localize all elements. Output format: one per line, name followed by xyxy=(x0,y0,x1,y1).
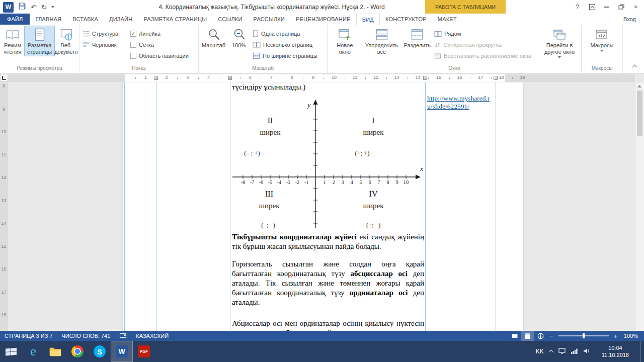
tab-references[interactable]: ССЫЛКИ xyxy=(212,14,248,25)
tab-insert[interactable]: ВСТАВКА xyxy=(67,14,104,25)
quadrant-2-word: ширек xyxy=(260,128,281,136)
svg-text:9: 9 xyxy=(395,179,398,185)
chrome-button[interactable] xyxy=(66,341,89,362)
arrange-all-button[interactable]: Упорядочить все xyxy=(361,26,403,56)
zoom-level[interactable]: 100% xyxy=(620,333,644,339)
split-icon xyxy=(411,28,424,42)
display-tray-icon[interactable] xyxy=(558,347,566,356)
table-column-marker[interactable] xyxy=(423,76,427,80)
pdf-reader-button[interactable]: PDF xyxy=(133,341,155,362)
quadrant-4-word: ширек xyxy=(363,202,384,210)
window-controls: ? × xyxy=(570,0,643,14)
arrange-all-icon xyxy=(375,28,388,42)
customize-qat-dropdown-icon[interactable] xyxy=(51,6,54,8)
zoom-slider-thumb[interactable] xyxy=(583,333,585,338)
tab-view[interactable]: ВИД xyxy=(356,14,380,25)
svg-text:10: 10 xyxy=(404,179,409,185)
save-button[interactable] xyxy=(18,2,26,12)
sync-scroll-icon xyxy=(434,42,441,48)
restore-button[interactable] xyxy=(614,0,628,14)
web-layout-view-button[interactable] xyxy=(534,331,547,341)
skype-button[interactable]: S xyxy=(89,341,111,362)
draft-button[interactable]: Черновик xyxy=(80,39,128,50)
read-mode-view-icon xyxy=(511,333,518,339)
zoom-slider[interactable] xyxy=(558,335,609,336)
vertical-scrollbar[interactable] xyxy=(635,82,644,331)
ruler-checkbox[interactable]: ✓ Линейка xyxy=(128,28,191,39)
tray-chevron-up-icon[interactable] xyxy=(548,350,553,355)
input-language-indicator[interactable]: KK xyxy=(536,348,544,355)
macros-button[interactable]: Макросы xyxy=(589,26,616,53)
language-indicator[interactable]: КАЗАХСКИЙ xyxy=(131,333,173,339)
ribbon-display-options-button[interactable] xyxy=(585,0,599,14)
word-taskbar-button[interactable]: W xyxy=(111,341,133,362)
multi-page-icon xyxy=(253,41,261,48)
network-tray-icon[interactable] xyxy=(571,347,578,356)
split-button[interactable]: Разделить xyxy=(403,26,433,50)
word-app-icon[interactable]: W xyxy=(3,2,14,13)
show-desktop-button[interactable] xyxy=(640,341,644,362)
file-explorer-button[interactable] xyxy=(44,341,66,362)
switch-window-button[interactable]: Перейти в другое окно xyxy=(539,26,580,59)
tab-file[interactable]: ФАЙЛ xyxy=(0,14,30,25)
tab-page-layout[interactable]: РАЗМЕТКА СТРАНИЦЫ xyxy=(138,14,212,25)
web-layout-button[interactable]: Веб-документ xyxy=(55,26,78,56)
proofing-icon xyxy=(119,333,127,339)
redo-button[interactable]: ↻ xyxy=(41,4,47,11)
macros-label: Макросы xyxy=(591,42,614,49)
scroll-up-icon[interactable] xyxy=(637,85,641,87)
tab-table-layout[interactable]: МАКЕТ xyxy=(432,14,462,25)
one-page-button[interactable]: Одна страница xyxy=(251,28,319,39)
start-button[interactable] xyxy=(0,341,22,362)
quadrant-1-word: ширек xyxy=(363,128,384,136)
tab-design[interactable]: ДИЗАЙН xyxy=(104,14,138,25)
tab-stop-selector[interactable] xyxy=(0,74,8,82)
tab-home[interactable]: ГЛАВНАЯ xyxy=(30,14,67,25)
undo-button[interactable]: ↶ xyxy=(31,4,37,11)
y-axis-arrow xyxy=(313,100,318,105)
zoom-in-button[interactable]: + xyxy=(612,332,620,340)
read-mode-button[interactable]: Режим чтения xyxy=(1,26,24,56)
tab-table-design[interactable]: КОНСТРУКТОР xyxy=(380,14,432,25)
internet-explorer-button[interactable]: e xyxy=(22,341,44,362)
minimize-button[interactable] xyxy=(599,0,614,14)
gridlines-checkbox[interactable]: Сетка xyxy=(128,39,191,50)
outline-button[interactable]: Структура xyxy=(80,28,128,39)
svg-text:-8: -8 xyxy=(241,179,246,185)
sign-in[interactable]: Вход xyxy=(615,14,644,25)
proofing-status[interactable] xyxy=(115,333,131,339)
nav-pane-checkbox[interactable]: Область навигации xyxy=(128,50,191,61)
zoom-out-button[interactable]: − xyxy=(547,332,555,340)
reset-position-label: Восстановить расположение окна xyxy=(444,53,531,59)
collapse-ribbon-button[interactable] xyxy=(630,62,639,70)
ribbon-group-zoom: Масштаб 100% Одна страница xyxy=(199,25,328,73)
coordinate-plane-svg[interactable]: y x II ширек (– ; +) I ширек (+; +) III … xyxy=(229,98,426,232)
print-layout-icon xyxy=(34,28,45,42)
svg-text:-5: -5 xyxy=(268,179,273,185)
document-page[interactable]: түсіндіру ұсынылады.) http://www.myshare… xyxy=(123,82,523,331)
outline-label: Структура xyxy=(92,31,118,37)
taskbar-clock[interactable]: 10:04 11.10.2018 xyxy=(596,344,635,358)
print-layout-view-button[interactable] xyxy=(521,331,534,341)
tab-mailings[interactable]: РАССЫЛКИ xyxy=(248,14,290,25)
print-layout-button[interactable]: Разметка страницы xyxy=(24,26,55,56)
read-mode-view-button[interactable] xyxy=(508,331,521,341)
table-column-marker[interactable] xyxy=(494,76,498,80)
close-button[interactable]: × xyxy=(628,0,643,14)
side-by-side-button[interactable]: Рядом xyxy=(432,28,539,39)
zoom-100-button[interactable]: 100% xyxy=(227,26,251,50)
volume-tray-icon[interactable] xyxy=(583,347,590,356)
word-count[interactable]: ЧИСЛО СЛОВ: 741 xyxy=(57,333,115,339)
zoom-button[interactable]: Масштаб xyxy=(200,26,227,50)
quadrant-1-number: I xyxy=(372,116,374,125)
multi-page-button[interactable]: Несколько страниц xyxy=(251,39,319,50)
document-hyperlink[interactable]: http://www.myshared.ru/slide/622591/ xyxy=(427,95,492,111)
page-indicator[interactable]: СТРАНИЦА 3 ИЗ 7 xyxy=(0,333,57,339)
help-button[interactable]: ? xyxy=(570,0,585,14)
web-layout-icon xyxy=(60,28,73,42)
page-width-button[interactable]: По ширине страницы xyxy=(251,50,319,61)
new-window-button[interactable]: Новое окно xyxy=(329,26,361,56)
tab-review[interactable]: РЕЦЕНЗИРОВАНИЕ xyxy=(290,14,356,25)
one-page-label: Одна страница xyxy=(261,31,300,37)
scrollbar-thumb[interactable] xyxy=(637,90,642,136)
